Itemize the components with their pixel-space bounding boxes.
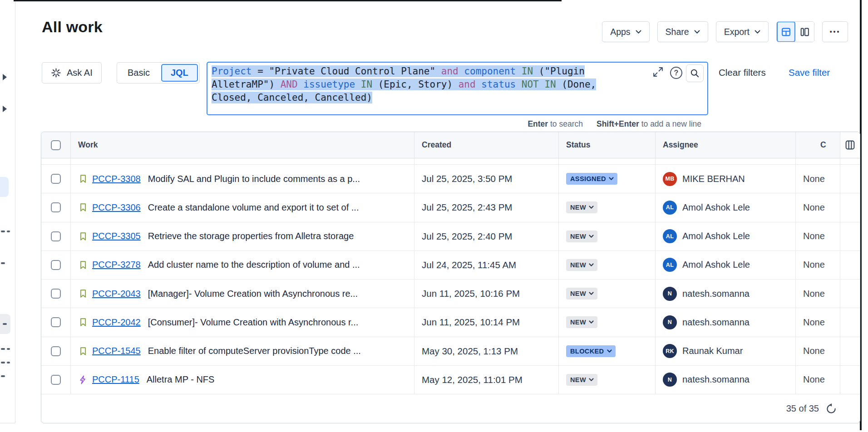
issue-key-link[interactable]: PCCP-2043 xyxy=(92,289,141,299)
table-row[interactable]: PCCP-3305 Retrieve the storage propertie… xyxy=(41,222,860,251)
refresh-icon[interactable] xyxy=(825,403,837,415)
chevron-right-icon[interactable] xyxy=(3,106,7,112)
avatar: RK xyxy=(663,344,677,358)
table-row[interactable]: PCCP-2042 [Consumer]- Volume Creation wi… xyxy=(41,308,860,337)
assignee-name: Amol Ashok Lele xyxy=(682,260,750,270)
status-badge[interactable]: NEW xyxy=(566,259,597,271)
issue-key-link[interactable]: PCCP-2042 xyxy=(92,317,141,328)
issue-key-link[interactable]: PCCP-1115 xyxy=(92,374,139,385)
syntax-help-icon[interactable]: ? xyxy=(670,67,682,79)
avatar: AL xyxy=(663,258,677,272)
work-cell: PCCP-2042 [Consumer]- Volume Creation wi… xyxy=(71,308,414,336)
chevron-down-icon xyxy=(589,378,594,382)
row-checkbox[interactable] xyxy=(51,289,61,299)
column-header-work[interactable]: Work xyxy=(71,132,414,158)
row-checkbox[interactable] xyxy=(51,346,61,356)
work-items-table: Work Created Status Assignee C xyxy=(41,132,860,423)
column-header-created[interactable]: Created xyxy=(414,132,559,158)
page-title: All work xyxy=(42,18,103,36)
category-cell: None xyxy=(796,366,840,394)
table-row[interactable]: PCCP-3278 Add cluster name to the descri… xyxy=(41,251,860,280)
apps-label: Apps xyxy=(610,27,630,37)
save-filter-button[interactable]: Save filter xyxy=(789,67,830,78)
issue-key-link[interactable]: PCCP-3306 xyxy=(92,202,141,213)
category-cell: None xyxy=(796,193,840,221)
issue-key-link[interactable]: PCCP-1545 xyxy=(92,346,141,356)
category-cell: None xyxy=(796,308,840,336)
status-badge[interactable]: ASSIGNED xyxy=(566,173,617,185)
chevron-down-icon xyxy=(636,30,641,34)
row-checkbox[interactable] xyxy=(51,174,61,184)
sidebar-item-stub xyxy=(1,262,5,264)
chevron-right-icon[interactable] xyxy=(3,74,7,80)
more-actions-button[interactable]: ••• xyxy=(822,21,848,42)
table-row[interactable]: PCCP-2043 [Manager]- Volume Creation wit… xyxy=(41,280,860,308)
table-body: PCCP-3308 Modify SAL and Plugin to inclu… xyxy=(41,165,860,394)
column-header-status[interactable]: Status xyxy=(559,132,656,158)
table-row[interactable]: PCCP-1115 Alletra MP - NFS May 12, 2025,… xyxy=(41,366,860,394)
issue-summary: Enable filter of computeServer provision… xyxy=(148,346,361,356)
chevron-down-icon xyxy=(589,292,594,295)
search-button[interactable] xyxy=(686,64,704,82)
jql-query-input[interactable]: Project = "Private Cloud Control Plane" … xyxy=(207,62,708,115)
export-button[interactable]: Export xyxy=(716,21,769,42)
issue-key-link[interactable]: PCCP-3308 xyxy=(92,174,141,184)
sidebar-item-stub xyxy=(3,323,7,325)
clear-filters-button[interactable]: Clear filters xyxy=(719,67,766,78)
status-badge[interactable]: NEW xyxy=(566,374,597,386)
row-select-cell xyxy=(41,366,71,394)
basic-mode-button[interactable]: Basic xyxy=(117,68,160,78)
status-cell: NEW xyxy=(559,251,656,279)
table-row[interactable]: PCCP-3308 Modify SAL and Plugin to inclu… xyxy=(41,165,860,193)
ask-ai-button[interactable]: Ask AI xyxy=(42,62,102,83)
status-badge[interactable]: BLOCKED xyxy=(566,345,616,357)
column-header-clipped[interactable]: C xyxy=(796,132,840,158)
created-cell: Jul 25, 2025, 3:50 PM xyxy=(414,165,559,193)
status-badge[interactable]: NEW xyxy=(566,288,597,299)
row-select-cell xyxy=(41,280,71,308)
issue-summary: Alletra MP - NFS xyxy=(147,374,215,385)
table-view-button[interactable] xyxy=(777,21,795,42)
column-header-assignee[interactable]: Assignee xyxy=(656,132,796,158)
apps-button[interactable]: Apps xyxy=(602,21,649,42)
story-icon xyxy=(78,174,88,184)
status-badge[interactable]: NEW xyxy=(566,201,597,213)
row-checkbox[interactable] xyxy=(51,260,61,270)
row-checkbox[interactable] xyxy=(51,317,61,327)
status-label: NEW xyxy=(570,204,586,211)
table-row[interactable]: PCCP-1545 Enable filter of computeServer… xyxy=(41,337,860,366)
issue-key-link[interactable]: PCCP-3305 xyxy=(92,231,141,241)
select-all-checkbox[interactable] xyxy=(51,140,61,150)
row-end-cell xyxy=(840,337,860,365)
category-cell: None xyxy=(796,165,840,193)
status-badge[interactable]: NEW xyxy=(566,316,597,328)
row-select-cell xyxy=(41,337,71,365)
sidebar-item-stub xyxy=(1,375,5,377)
expand-editor-icon[interactable] xyxy=(652,66,664,79)
collapsed-sidebar[interactable] xyxy=(0,1,15,423)
configure-columns-button[interactable] xyxy=(840,132,860,158)
category-cell: None xyxy=(796,222,840,250)
partial-scrolled-row xyxy=(41,158,860,165)
sidebar-item-stub xyxy=(7,231,10,232)
table-row[interactable]: PCCP-3306 Create a standalone volume and… xyxy=(41,193,860,222)
category-cell: None xyxy=(796,280,840,308)
row-checkbox[interactable] xyxy=(51,231,61,241)
jql-mode-button[interactable]: JQL xyxy=(161,64,198,82)
question-mark: ? xyxy=(674,69,679,77)
issue-summary: [Consumer]- Volume Creation with Asynchr… xyxy=(148,317,359,328)
issue-key-link[interactable]: PCCP-3278 xyxy=(92,260,141,270)
row-checkbox[interactable] xyxy=(51,375,61,385)
share-button[interactable]: Share xyxy=(657,21,708,42)
row-checkbox[interactable] xyxy=(51,202,61,212)
assignee-cell: N natesh.somanna xyxy=(656,366,796,394)
status-badge[interactable]: NEW xyxy=(566,231,597,242)
sidebar-item-stub xyxy=(1,231,5,232)
row-count: 35 of 35 xyxy=(786,403,819,414)
assignee-name: Amol Ashok Lele xyxy=(682,202,750,213)
detail-view-button[interactable] xyxy=(795,21,814,42)
assignee-name: MIKE BERHAN xyxy=(682,174,745,184)
sidebar-active-item[interactable] xyxy=(0,177,9,197)
created-cell: Jun 11, 2025, 10:16 PM xyxy=(414,280,559,308)
created-cell: Jul 24, 2025, 11:45 AM xyxy=(414,251,559,279)
